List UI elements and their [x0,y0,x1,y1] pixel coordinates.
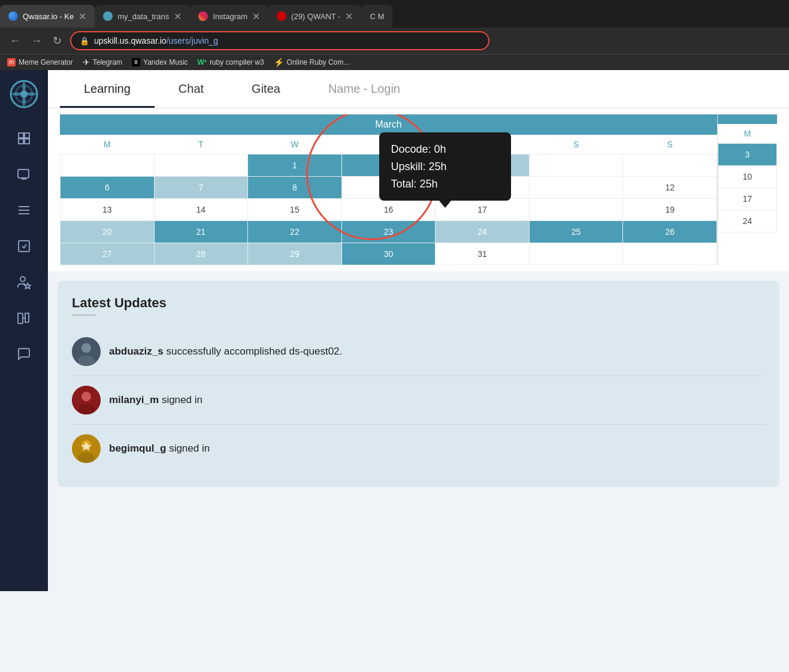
cal-cell[interactable] [529,177,623,199]
forward-button[interactable]: → [29,32,44,50]
sidebar [0,70,48,591]
sidebar-item-dashboard[interactable] [8,123,40,154]
tab-close-qwant[interactable]: ✕ [345,11,353,22]
tab-close-qwasar[interactable]: ✕ [78,11,86,22]
cal-cell[interactable]: 25 [529,221,623,243]
tooltip-box: Docode: 0h Upskill: 25h Total: 25h [379,132,511,201]
cal-cell[interactable] [529,243,623,265]
cal-cell[interactable]: 13 [61,199,155,221]
sidebar-item-books[interactable] [8,302,40,334]
cal-cell[interactable]: 23 [341,221,436,243]
tab-close-instagram[interactable]: ✕ [252,11,260,22]
cal-cell[interactable]: 8 [248,177,342,199]
tab-qwant[interactable]: (29) QWANT - ✕ [268,5,361,28]
browser-chrome: Qwasar.io - Ke ✕ my_data_trans ✕ Instagr… [0,0,789,70]
svg-rect-4 [25,133,29,138]
cal-cell[interactable]: 19 [623,199,717,221]
cal-cell[interactable]: 28 [154,243,248,265]
cal-cell[interactable] [61,155,155,177]
avatar-milanyi [72,386,101,414]
cal-cell[interactable]: 12 [623,177,717,199]
bookmark-icon-ruby-com: ⚡ [274,57,284,67]
tab-icon-mydata [103,11,113,21]
main-content: Learning Chat Gitea Name - Login March M… [48,70,789,591]
cal-cell[interactable]: 22 [248,221,342,243]
cal-cell[interactable] [623,155,717,177]
back-button[interactable]: ← [7,32,23,50]
bookmark-yandex[interactable]: ⏸ Yandex Music [132,58,188,66]
updates-divider [72,314,96,316]
svg-point-21 [81,392,91,401]
bookmark-icon-telegram: ✈ [83,57,90,67]
svg-point-14 [20,277,25,281]
sidebar-item-chat[interactable] [8,338,40,370]
cal-cell[interactable]: 20 [61,221,155,243]
tab-extra[interactable]: C M [361,5,392,28]
sidebar-item-user-star[interactable] [8,267,40,298]
day-header-s2: S [623,135,717,155]
cal-cell[interactable]: 30 [341,243,436,265]
cal-cell[interactable] [154,155,248,177]
cal-cell[interactable] [529,199,623,221]
tab-label-mydata: my_data_trans [117,12,169,21]
cal-cell[interactable]: 15 [248,199,342,221]
svg-rect-3 [19,133,23,138]
cal-cell[interactable]: 7 [154,177,248,199]
cal-cell[interactable] [529,155,623,177]
bookmark-ruby-w3[interactable]: W³ ruby compiler w3 [198,58,264,66]
bookmark-meme[interactable]: m Meme Generator [7,58,73,66]
sidebar-item-learn[interactable] [8,159,40,190]
cal-cell-next[interactable]: 10 [718,166,777,188]
cal-cell[interactable]: 31 [436,243,530,265]
calendar-section: March M T W T F S S [48,108,789,271]
sidebar-item-check[interactable] [8,231,40,262]
tab-gitea[interactable]: Gitea [228,70,304,108]
svg-rect-7 [18,169,29,178]
calendar-wrapper: March M T W T F S S [60,114,777,265]
address-text: upskill.us.qwasar.io/users/juvin_g [94,36,218,46]
sidebar-item-list[interactable] [8,195,40,226]
update-item-abduaziz: abduaziz_s successfully accomplished ds-… [72,328,765,376]
tab-qwasar[interactable]: Qwasar.io - Ke ✕ [0,5,95,28]
bookmark-telegram[interactable]: ✈ Telegram [83,57,122,67]
lock-icon: 🔒 [80,37,89,46]
cal-cell-next[interactable]: 3 [718,144,777,166]
tooltip-total: Total: 25h [391,175,499,193]
cal-cell[interactable]: 26 [623,221,717,243]
svg-rect-6 [25,139,29,144]
tab-mydata[interactable]: my_data_trans ✕ [95,5,190,28]
day-header-m-next: M [718,124,777,144]
cal-cell-next[interactable]: 17 [718,188,777,210]
tab-learning[interactable]: Learning [60,70,155,108]
address-bar[interactable]: 🔒 upskill.us.qwasar.io/users/juvin_g [70,31,489,50]
update-item-begimqul: begimqul_g signed in [72,425,765,473]
tab-chat[interactable]: Chat [155,70,228,108]
tab-label-instagram: Instagram [213,12,247,21]
cal-cell-next[interactable]: 24 [718,210,777,232]
cal-cell[interactable]: 14 [154,199,248,221]
cal-cell[interactable]: 21 [154,221,248,243]
sidebar-logo[interactable] [10,80,38,108]
reload-button[interactable]: ↻ [50,32,64,50]
cal-cell[interactable] [623,243,717,265]
tab-name-login[interactable]: Name - Login [304,70,424,108]
tooltip-overlay: Docode: 0h Upskill: 25h Total: 25h [379,132,511,208]
cal-cell[interactable]: 27 [61,243,155,265]
day-header-t1: T [154,135,248,155]
cal-cell[interactable]: 6 [61,177,155,199]
address-bar-row: ← → ↻ 🔒 upskill.us.qwasar.io/users/juvin… [0,28,789,54]
march-header: March [60,114,717,135]
bookmark-icon-ruby-w3: W³ [198,58,207,66]
cal-cell[interactable]: 24 [436,221,530,243]
day-header-w: W [248,135,342,155]
tab-close-mydata[interactable]: ✕ [174,11,182,22]
bookmarks-bar: m Meme Generator ✈ Telegram ⏸ Yandex Mus… [0,54,789,70]
cal-cell[interactable]: 1 [248,155,342,177]
update-text-milanyi: milanyi_m signed in [109,394,202,406]
tab-instagram[interactable]: Instagram ✕ [190,5,268,28]
nav-tabs: Learning Chat Gitea Name - Login [48,70,789,108]
cal-cell[interactable]: 29 [248,243,342,265]
tab-icon-qwant [277,11,286,21]
bookmark-ruby-com[interactable]: ⚡ Online Ruby Com... [274,57,350,67]
update-item-milanyi: milanyi_m signed in [72,376,765,425]
